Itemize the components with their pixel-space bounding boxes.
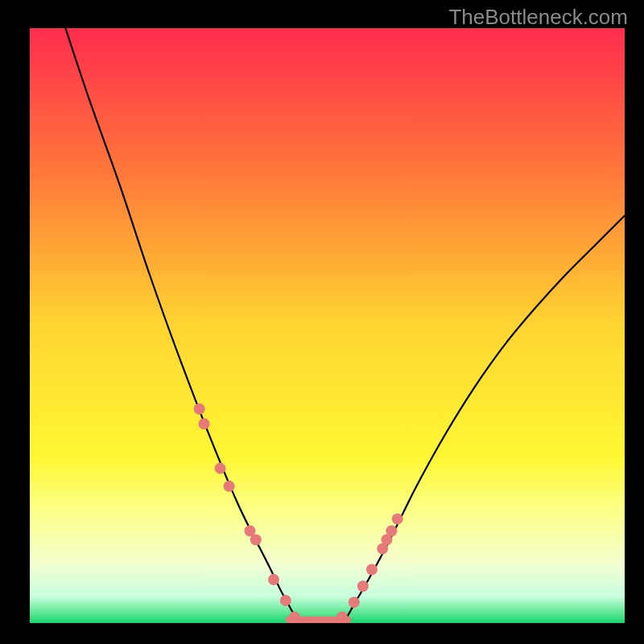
highlight-dot: [250, 535, 262, 546]
highlight-dot: [336, 612, 348, 623]
highlight-dot: [349, 597, 360, 608]
highlight-dot: [194, 403, 205, 415]
highlight-dot: [366, 564, 378, 575]
highlight-dot: [392, 514, 403, 525]
highlight-dot: [199, 418, 210, 429]
highlight-dot: [357, 580, 369, 592]
chart-frame: TheBottleneck.com: [0, 0, 644, 644]
watermark-text: TheBottleneck.com: [448, 5, 628, 30]
highlight-dot: [268, 574, 279, 585]
highlight-dot: [224, 481, 235, 492]
highlight-dot: [280, 595, 291, 606]
highlight-dot: [214, 463, 225, 474]
highlight-dot: [289, 612, 300, 623]
plot-area: [30, 28, 625, 623]
highlight-dot: [386, 525, 397, 536]
bottleneck-chart: [30, 28, 625, 623]
gradient-background: [30, 28, 625, 623]
